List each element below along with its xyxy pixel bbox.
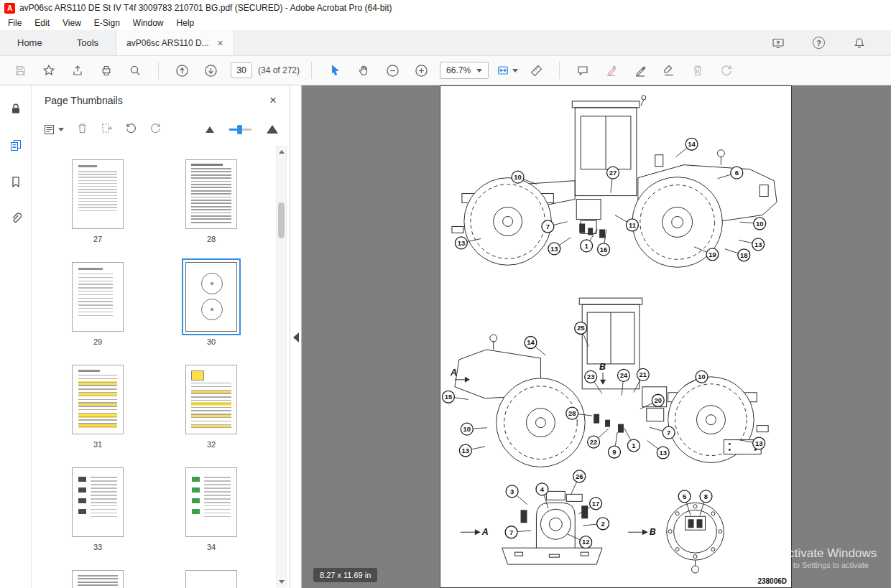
- svg-text:15: 15: [445, 393, 453, 401]
- svg-text:13: 13: [462, 447, 470, 454]
- thumbnail-number: 27: [93, 235, 102, 243]
- zoom-out-icon[interactable]: [382, 60, 403, 81]
- hand-tool-icon[interactable]: [353, 60, 374, 81]
- thumbnail-preview[interactable]: [72, 467, 124, 537]
- notifications-bell-icon[interactable]: [849, 32, 870, 54]
- thumbnail-page-32[interactable]: 32: [185, 365, 237, 467]
- activate-windows-watermark: Activate Windows Go to Settings to activ…: [780, 546, 888, 569]
- share-screen-icon[interactable]: [767, 32, 789, 54]
- rotate-right-icon[interactable]: [149, 122, 162, 137]
- svg-text:13: 13: [458, 239, 466, 247]
- svg-text:19: 19: [708, 251, 716, 258]
- page-count-label: (34 of 272): [258, 65, 300, 75]
- slider-handle[interactable]: [237, 125, 242, 134]
- chevron-down-icon: [58, 128, 64, 131]
- menu-item-view[interactable]: View: [56, 17, 88, 29]
- svg-text:13: 13: [754, 241, 762, 248]
- thumbnail-number: 32: [207, 440, 216, 449]
- extract-pages-icon[interactable]: [101, 122, 113, 137]
- search-icon[interactable]: [124, 60, 146, 81]
- chevron-down-icon: [476, 69, 482, 73]
- scrollbar-thumb[interactable]: [278, 202, 285, 238]
- thumbnail-preview[interactable]: [72, 570, 124, 588]
- thumbnail-page-33[interactable]: 33: [72, 467, 124, 570]
- fill-sign-icon[interactable]: [658, 60, 680, 81]
- menu-item-e-sign[interactable]: E-Sign: [88, 17, 126, 29]
- sign-pen-icon[interactable]: [629, 60, 651, 81]
- thumbnail-page-31[interactable]: 31: [72, 365, 124, 467]
- window-title: avP06sc ARS110 DE St IV T4f 3009783 2107…: [19, 3, 392, 13]
- tab-home[interactable]: Home: [0, 30, 60, 55]
- tab-tools[interactable]: Tools: [60, 30, 116, 55]
- menu-item-help[interactable]: Help: [170, 17, 201, 29]
- svg-text:10: 10: [514, 173, 522, 181]
- svg-text:22: 22: [590, 438, 598, 446]
- svg-text:13: 13: [550, 245, 558, 253]
- delete-trash-icon[interactable]: [687, 60, 708, 81]
- measure-ruler-icon[interactable]: [525, 60, 547, 81]
- thumbnail-preview[interactable]: [185, 570, 237, 588]
- thumbnail-page-29[interactable]: 29: [72, 262, 124, 365]
- rotate-left-icon[interactable]: [125, 122, 137, 137]
- zoom-level-select[interactable]: 66.7%: [440, 62, 489, 79]
- zoom-in-icon[interactable]: [410, 60, 432, 81]
- drawing-code: 238006D: [757, 577, 787, 585]
- menu-item-edit[interactable]: Edit: [28, 17, 56, 29]
- select-tool-icon[interactable]: [324, 60, 346, 81]
- scroll-down-icon[interactable]: [277, 577, 286, 587]
- comment-icon[interactable]: [572, 60, 594, 81]
- svg-text:27: 27: [609, 169, 617, 177]
- panel-title: Page Thumbnails: [45, 95, 123, 106]
- page-number-input[interactable]: [231, 62, 252, 78]
- thumbnail-preview[interactable]: [185, 159, 237, 229]
- menu-item-window[interactable]: Window: [126, 17, 170, 29]
- bookmarks-icon[interactable]: [6, 173, 25, 190]
- fit-width-select[interactable]: [497, 64, 518, 77]
- thumbnails-smaller-icon[interactable]: [206, 126, 214, 133]
- collapse-panel-icon[interactable]: [293, 332, 299, 342]
- print-icon[interactable]: [96, 60, 117, 81]
- thumbnail-preview[interactable]: [185, 365, 237, 434]
- toolbar-separator: [311, 62, 312, 79]
- thumbnail-page[interactable]: [185, 570, 237, 588]
- thumbnail-preview[interactable]: [185, 467, 237, 537]
- thumbnail-page-28[interactable]: 28: [185, 159, 237, 262]
- tab-document[interactable]: avP06sc ARS110 D... ×: [116, 30, 234, 55]
- menu-item-file[interactable]: File: [1, 17, 28, 29]
- thumbnail-preview[interactable]: [72, 262, 124, 332]
- favorite-star-icon[interactable]: [38, 60, 60, 81]
- thumbnails-toolbar: [32, 115, 290, 144]
- thumbnail-preview[interactable]: [185, 262, 237, 332]
- watermark-line2: Go to Settings to activate: [780, 561, 888, 569]
- rotate-refresh-icon[interactable]: [716, 60, 737, 81]
- thumbnail-size-slider[interactable]: [229, 129, 251, 131]
- svg-text:B: B: [650, 527, 656, 537]
- page-thumbnails-icon[interactable]: [6, 136, 25, 154]
- upload-share-icon[interactable]: [67, 60, 88, 81]
- thumbnails-larger-icon[interactable]: [267, 125, 278, 134]
- delete-pages-icon[interactable]: [76, 122, 88, 137]
- tab-close-icon[interactable]: ×: [218, 38, 223, 48]
- previous-page-icon[interactable]: [171, 60, 193, 81]
- thumbnail-page[interactable]: [72, 570, 124, 588]
- security-lock-icon[interactable]: [6, 100, 25, 117]
- thumbnail-preview[interactable]: [72, 365, 124, 434]
- next-page-icon[interactable]: [200, 60, 221, 81]
- thumbnail-page-27[interactable]: 27: [72, 159, 124, 262]
- svg-text:16: 16: [600, 246, 608, 253]
- panel-close-icon[interactable]: ×: [269, 94, 277, 106]
- svg-text:A: A: [481, 527, 489, 537]
- document-area: 1427610107111313116191813251423242110152…: [302, 85, 891, 588]
- save-icon[interactable]: [9, 60, 31, 81]
- thumbnails-options-menu[interactable]: [43, 123, 64, 136]
- attachments-paperclip-icon[interactable]: [6, 210, 25, 227]
- help-icon[interactable]: ?: [813, 37, 825, 49]
- thumbnail-preview[interactable]: [72, 159, 124, 229]
- thumbnail-page-30[interactable]: 30: [185, 262, 237, 365]
- thumbnail-page-34[interactable]: 34: [185, 467, 237, 570]
- highlighter-icon[interactable]: [601, 60, 622, 81]
- scroll-up-icon[interactable]: [277, 146, 286, 157]
- svg-text:23: 23: [587, 373, 595, 381]
- thumbnails-scrollbar[interactable]: [276, 146, 287, 587]
- thumbnail-number: 30: [207, 337, 216, 346]
